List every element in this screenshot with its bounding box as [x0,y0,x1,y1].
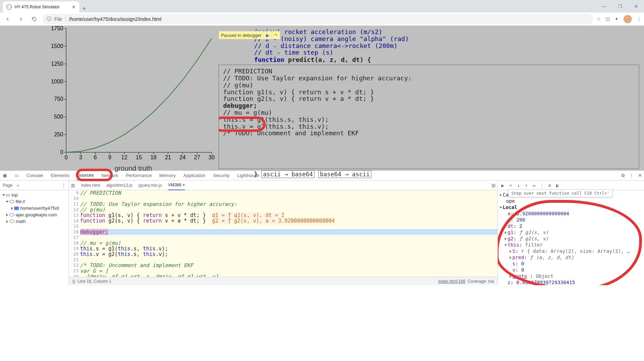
file-tab-index[interactable]: index.html [81,180,100,190]
code-line: // PREDICTION [223,68,635,75]
source-link[interactable]: index.html:166 [438,279,465,284]
globe-icon [6,4,12,10]
tab-console[interactable]: Console [26,171,44,180]
forward-button[interactable] [16,14,26,24]
window-controls: — ❐ ✕ [596,0,644,13]
tree-file-scheme[interactable]: file:// [0,198,69,205]
address-bar[interactable]: ⓘ File | /home/user/hy475/docs/assign2/i… [42,14,593,24]
code-line: function g2(s, v) { return v + a * dt; } [223,95,635,102]
inspect-icon[interactable]: ▣ [2,173,8,178]
paused-in-debugger-badge: Paused in debugger ▶ ↷ [219,31,280,39]
svg-text:6: 6 [94,154,97,160]
file-tab-algorithm[interactable]: algorithm13.js [107,180,133,190]
svg-text:250: 250 [54,131,63,137]
tab-memory[interactable]: Memory [159,171,176,180]
resume-icon[interactable]: ▶ [501,183,504,188]
tree-origin-ajax[interactable]: ajax.googleapis.com [0,211,69,218]
tab-security[interactable]: Security [212,171,230,180]
file-tab-vm386[interactable]: VM386 × [168,180,185,190]
pause-on-exceptions-icon[interactable]: ◐ [556,183,559,188]
cursor-position: Line 16, Column 1 [78,279,111,284]
code-line: // TODO: Use Taylor expansion for higher… [223,75,635,82]
tooltip: Step over next function call F10 Ctrl+' [508,190,613,197]
code-line-debugger: debugger; [223,102,635,109]
sources-navigator: Page » ⋮ ▭ top file:// home/user/hy475/d… [0,180,69,285]
svg-text:1750: 1750 [51,26,63,31]
tab-elements[interactable]: Elements [50,171,70,180]
code-textarea[interactable]: // PREDICTION // TODO: Use Taylor expans… [219,65,639,169]
minimize-button[interactable]: — [596,0,612,13]
toggle-scope-icon[interactable]: ▤ [492,183,495,188]
svg-text:12: 12 [121,154,127,160]
code-editor[interactable]: 9101112131415161718192021222324252627 //… [69,190,497,277]
tree-origin-math[interactable]: math [0,218,69,225]
tree-top[interactable]: ▭ top [0,192,69,198]
new-tab-button[interactable]: + [79,5,89,13]
code-comment: // d - distance camera<->rocket (200m) [254,42,644,49]
code-comment: (noisy) rocket acceleration (m/s2) [254,29,644,35]
file-tab-jquery[interactable]: jquery.min.js [139,180,162,190]
nav-header-label: Page [3,183,13,188]
devtools-panel: ▣ ▭ Console Elements Sources Network Per… [0,170,644,285]
function-signature: function predict(a, z, d, dt) { [254,56,644,63]
toggle-nav-icon[interactable]: ▥ [71,183,75,188]
scope-local-header[interactable]: Local [503,204,517,210]
resume-icon[interactable]: ▶ [264,33,269,38]
code-line: // g(mu) [223,82,635,89]
svg-text:30: 30 [209,154,215,160]
code-comment: // dt - time step (s) [254,49,644,56]
tab-network[interactable]: Network [101,171,119,180]
page-code-view: (noisy) rocket acceleration (m/s2) // z … [219,26,644,170]
browser-toolbar: ⓘ File | /home/user/hy475/docs/assign2/i… [0,13,644,26]
device-icon[interactable]: ▭ [14,173,19,178]
url-scheme: File [54,16,62,22]
kebab-icon[interactable]: ⋮ [629,173,634,178]
page-content: 0250500750100012501500175003691215182124… [0,26,644,170]
kebab-icon[interactable]: ⋮ [62,183,66,188]
browser-tab-strip: HY 475 Robot Simulator ✕ + — ❐ ✕ [0,0,644,13]
svg-text:1500: 1500 [51,43,63,49]
code-comment: // z - (noisy) camera angle "alpha" (rad… [254,35,644,42]
close-icon[interactable]: ✕ [72,4,76,10]
svg-text:24: 24 [180,154,186,160]
url-path: /home/user/hy475/docs/assign2/index.html [69,16,161,22]
step-out-icon[interactable]: ↑ [525,183,527,188]
tab-performance[interactable]: Performance [125,171,152,180]
close-devtools-icon[interactable]: ✕ [638,173,642,178]
step-into-icon[interactable]: ↓ [517,183,520,188]
step-icon[interactable]: ↣ [533,183,535,188]
code-line: function g1(s, v) { return s + v * dt; } [223,89,635,96]
menu-icon[interactable]: ⋮ [637,16,641,22]
svg-text:0: 0 [65,154,68,160]
coverage-label: Coverage: n/a [468,279,494,284]
tab-sources[interactable]: Sources [77,171,95,180]
svg-text:18: 18 [150,154,157,160]
step-over-icon[interactable]: ↷ [272,33,278,38]
gear-icon[interactable]: ⚙ [621,173,625,178]
profile-avatar[interactable] [623,15,632,23]
svg-text:15: 15 [136,154,142,160]
step-over-icon[interactable]: ↷ [509,183,512,188]
code-line: this.v = g2(this.s, this.v); [223,123,635,130]
maximize-button[interactable]: ❐ [612,0,628,13]
code-line: /* TODO: Uncomment and implement EKF [223,130,635,137]
browser-tab[interactable]: HY 475 Robot Simulator ✕ [3,1,79,13]
tree-folder[interactable]: home/user/hy475/d [0,205,69,211]
extensions-icon[interactable]: ✦ [615,16,619,22]
svg-text:1000: 1000 [51,79,63,85]
deactivate-breakpoints-icon[interactable]: ⊘ [548,183,551,188]
book-icon[interactable]: ◫ [606,16,610,22]
debugger-sidebar: ▶ ↷ ↓ ↑ ↣ | ⊘ ◐ Step over next function … [498,180,644,285]
svg-text:1250: 1250 [51,61,63,67]
sources-editor: ▥ index.html algorithm13.js jquery.min.j… [69,180,498,285]
scope-panel: Ca ope Local a: 3.9200000000000004 d: 20… [498,190,644,285]
reload-button[interactable] [29,14,39,24]
back-button[interactable] [3,14,13,24]
svg-text:750: 750 [54,96,63,102]
star-icon[interactable]: ☆ [597,16,601,22]
tab-lighthouse[interactable]: Lighthouse [236,171,260,180]
devtools-tabstrip: ▣ ▭ Console Elements Sources Network Per… [0,171,644,180]
tab-application[interactable]: Application [183,171,206,180]
close-window-button[interactable]: ✕ [628,0,644,13]
svg-text:3: 3 [79,154,82,160]
